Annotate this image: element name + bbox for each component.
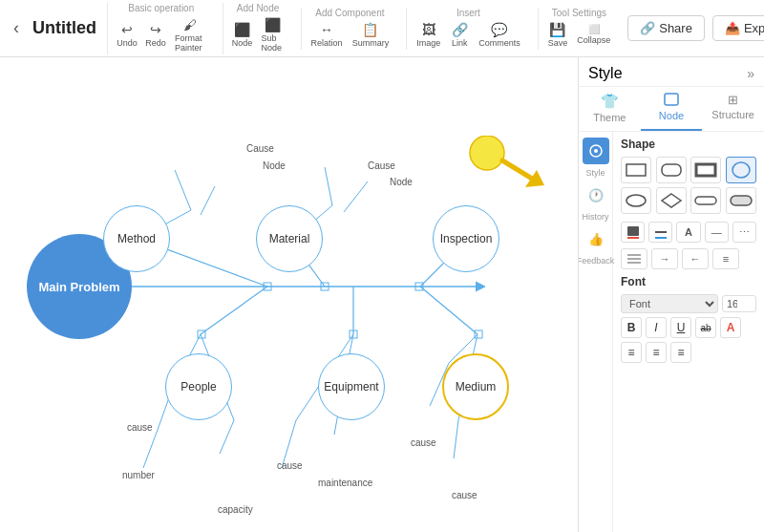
align-left-button[interactable]: ≡ (621, 342, 642, 363)
collapse-button[interactable]: ⬜Collapse (573, 22, 614, 47)
svg-point-41 (626, 195, 646, 206)
shape-rect[interactable] (621, 157, 651, 183)
svg-rect-39 (696, 164, 715, 176)
toolbar-group-basic: Basic operation ↩Undo ↪Redo 🖌Format Pain… (107, 3, 215, 54)
group-label-basic: Basic operation (128, 3, 194, 13)
main-problem-label: Main Problem (38, 280, 119, 294)
svg-rect-47 (655, 237, 667, 239)
shape-grid (621, 157, 756, 214)
feedback-btn[interactable]: 👍 (583, 225, 609, 252)
node-people-label: People (180, 380, 216, 394)
node-material[interactable]: Material (256, 205, 323, 272)
svg-rect-46 (627, 237, 639, 239)
tab-node[interactable]: Node (641, 87, 703, 131)
tab-structure-label: Structure (711, 109, 754, 120)
line-color-btn[interactable] (648, 222, 672, 243)
line-style-4[interactable]: ≡ (712, 248, 739, 269)
shape-ellipse[interactable] (621, 187, 651, 214)
main-area: Main Problem Method Material Inspection … (0, 57, 764, 532)
color-row: A — ⋯ (621, 222, 756, 243)
share-button[interactable]: 🔗 Share (627, 15, 705, 41)
undo-button[interactable]: ↩Undo (114, 20, 140, 50)
canvas[interactable]: Main Problem Method Material Inspection … (0, 57, 578, 532)
panel-main: Shape (613, 132, 764, 532)
history-btn[interactable]: 🕐 (583, 181, 609, 208)
italic-button[interactable]: I (646, 317, 667, 338)
font-color-a-button[interactable]: A (720, 317, 741, 338)
back-button[interactable]: ‹ (8, 14, 25, 42)
share-label: Share (659, 21, 692, 35)
shape-rounded-wide[interactable] (690, 187, 721, 214)
align-right-button[interactable]: ≡ (670, 342, 691, 363)
font-family-select[interactable]: Font (621, 294, 718, 313)
style-label: Style (585, 168, 605, 178)
node-medium[interactable]: Medium (442, 353, 509, 420)
font-align-row: ≡ ≡ ≡ (621, 342, 756, 363)
node-inspection[interactable]: Inspection (433, 205, 499, 272)
label-node-2: Node (390, 177, 413, 187)
panel-title: Style (588, 65, 623, 82)
tab-structure[interactable]: ⊞ Structure (702, 87, 764, 131)
shape-diamond[interactable] (656, 187, 687, 214)
svg-point-32 (470, 136, 504, 170)
shape-stadium[interactable] (726, 187, 756, 214)
label-number: number (122, 470, 155, 480)
bold-button[interactable]: B (621, 317, 642, 338)
comments-button[interactable]: 💬Comments (475, 20, 524, 50)
svg-line-6 (325, 167, 332, 205)
svg-rect-38 (662, 164, 681, 176)
svg-rect-43 (695, 197, 716, 204)
svg-line-14 (220, 420, 234, 454)
more-btn[interactable]: ⋯ (732, 222, 756, 243)
export-button[interactable]: 📤 Export (712, 15, 764, 41)
sub-node-button[interactable]: ⬛Sub Node (258, 15, 287, 54)
svg-rect-44 (731, 196, 752, 205)
save-button[interactable]: 💾Save (544, 20, 572, 50)
tab-theme-label: Theme (593, 112, 626, 123)
node-button[interactable]: ⬛Node (229, 20, 256, 50)
group-label-insert: Insert (456, 8, 480, 18)
relation-button[interactable]: ↔Relation (308, 20, 347, 50)
line-row: → ← ≡ (621, 248, 756, 269)
link-button[interactable]: 🔗Link (446, 20, 473, 50)
line-style-2[interactable]: → (651, 248, 678, 269)
shape-rounded-rect[interactable] (656, 157, 687, 183)
export-label: Export (744, 21, 764, 35)
line-style-1[interactable] (621, 248, 647, 269)
strikethrough-button[interactable]: ab (695, 317, 716, 338)
svg-line-4 (201, 186, 215, 215)
tab-theme[interactable]: 👕 Theme (579, 87, 641, 131)
stroke-style-btn[interactable]: — (705, 222, 729, 243)
node-people[interactable]: People (165, 353, 232, 420)
shape-thick-rect[interactable] (690, 157, 721, 183)
node-icon (664, 93, 679, 108)
font-color-btn[interactable]: A (676, 222, 700, 243)
redo-button[interactable]: ↪Redo (142, 20, 169, 50)
underline-button[interactable]: U (670, 317, 691, 338)
summary-button[interactable]: 📋Summary (349, 20, 393, 50)
image-button[interactable]: 🖼Image (413, 20, 444, 50)
align-center-button[interactable]: ≡ (646, 342, 667, 363)
shape-circle[interactable] (726, 157, 756, 183)
tab-node-label: Node (659, 110, 684, 121)
group-label-tools: Tool Settings (552, 8, 606, 18)
panel-collapse-button[interactable]: » (747, 66, 754, 81)
svg-line-24 (454, 420, 458, 458)
font-size-input[interactable] (722, 295, 756, 312)
label-cause-medium-2: cause (452, 490, 478, 500)
node-material-label: Material (269, 232, 310, 245)
node-method[interactable]: Method (103, 205, 170, 272)
node-method-label: Method (117, 232, 156, 245)
fill-color-btn[interactable] (621, 222, 645, 243)
format-painter-button[interactable]: 🖌Format Painter (171, 15, 209, 54)
theme-icon: 👕 (601, 93, 619, 110)
style-btn[interactable] (583, 138, 609, 164)
panel-tabs: 👕 Theme Node ⊞ Structure (579, 87, 764, 132)
svg-point-40 (732, 162, 750, 178)
line-style-3[interactable]: ← (682, 248, 709, 269)
font-style-row: B I U ab A (621, 317, 756, 338)
header: ‹ Untitled Basic operation ↩Undo ↪Redo 🖌… (0, 0, 764, 57)
toolbar-group-addnode: Add Node ⬛Node ⬛Sub Node (223, 3, 293, 54)
share-icon: 🔗 (640, 21, 655, 35)
node-equipment[interactable]: Equipment (318, 353, 385, 420)
